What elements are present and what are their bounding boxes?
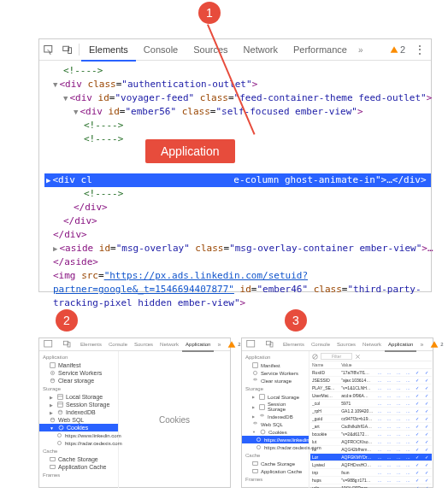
sidebar-item-session-storage[interactable]: Session Storage <box>39 401 118 408</box>
table-row[interactable]: RoxiID"17a7f8\x7f1……………✓✓ <box>310 369 432 377</box>
table-row[interactable]: PLAY_SE…"v=1&1CLNH……………✓✓ <box>310 384 432 392</box>
table-row[interactable]: fulAQG42bfhsmz……………✓✓ <box>310 446 432 454</box>
sidebar-cookie-origin-selected[interactable]: https://www.linkedin.com <box>242 436 309 443</box>
devtools-tabbar-small: Elements Console Sources Network Applica… <box>242 338 433 351</box>
device-toggle-icon[interactable] <box>58 44 77 55</box>
svg-rect-0 <box>44 46 52 53</box>
col-value[interactable]: Value <box>339 361 374 368</box>
svg-line-39 <box>313 355 316 358</box>
code-line[interactable]: <img src="https://px.ads.linkedin.com/se… <box>44 269 431 283</box>
tab-application[interactable]: Application <box>385 338 416 352</box>
tabs-more-icon[interactable]: » <box>214 342 224 348</box>
sidebar-item-clear-storage[interactable]: Clear storage <box>242 377 309 384</box>
sidebar-heading-application: Application <box>242 353 309 361</box>
block-icon[interactable] <box>312 354 318 360</box>
sidebar-item-cookies[interactable]: Cookies <box>242 428 309 436</box>
sidebar-item-manifest[interactable]: Manifest <box>242 361 309 369</box>
code-line[interactable]: <div class="authentication-outlet"> <box>44 78 431 91</box>
tab-application[interactable]: Application <box>182 338 214 352</box>
delete-icon[interactable] <box>355 354 361 360</box>
col-name[interactable]: Name <box>310 361 339 368</box>
svg-point-27 <box>253 371 256 374</box>
sidebar-item-indexeddb[interactable]: IndexedDB <box>39 408 118 416</box>
sidebar-item-local-storage[interactable]: Local Storage <box>39 393 118 401</box>
tab-performance[interactable]: Performance <box>286 39 355 60</box>
svg-point-20 <box>57 441 61 444</box>
tab-network[interactable]: Network <box>156 338 182 350</box>
sidebar-item-websql[interactable]: Web SQL <box>39 416 118 424</box>
inspect-icon[interactable] <box>39 339 58 349</box>
code-line-selected[interactable]: <div cl hidden by callout label e-column… <box>44 173 431 187</box>
svg-point-17 <box>60 426 61 427</box>
elements-tree[interactable]: <!----> <div class="authentication-outle… <box>39 61 431 310</box>
sidebar-item-websql[interactable]: Web SQL <box>242 420 309 428</box>
sidebar-item-manifest[interactable]: Manifest <box>39 361 118 369</box>
table-row[interactable]: _col5971…………✓✓ <box>310 400 432 408</box>
table-row[interactable]: LorAQFGKMYDrG……………✓✓ <box>310 454 432 461</box>
sidebar-cookie-origin[interactable]: https://radar.cedexis.com <box>242 443 309 451</box>
devtools-menu-icon[interactable]: ⋮ <box>409 43 431 56</box>
code-line: tracking-pixel hidden ember-view"> <box>44 296 431 310</box>
svg-rect-6 <box>50 363 56 368</box>
warnings-indicator[interactable]: 2 <box>427 340 446 349</box>
sidebar-item-session-storage[interactable]: Session Storage <box>242 401 309 413</box>
tab-console[interactable]: Console <box>136 39 186 60</box>
tab-elements[interactable]: Elements <box>280 338 308 350</box>
device-toggle-icon[interactable] <box>261 339 280 349</box>
sidebar-item-application-cache[interactable]: Application Cache <box>39 463 118 471</box>
table-row[interactable]: _goidcc947f3c=b19……………✓✓ <box>310 415 432 423</box>
sidebar-cookie-origin[interactable]: https://radar.cedexis.com <box>39 439 118 447</box>
tab-network[interactable]: Network <box>359 338 385 350</box>
code-line[interactable]: <aside id="msg-overlay" class="msg-overl… <box>44 242 431 255</box>
svg-rect-26 <box>253 363 258 368</box>
code-comment: <!----> <box>63 65 103 76</box>
sidebar-cookie-origin[interactable]: https://www.linkedin.com <box>39 431 118 439</box>
sidebar-item-service-workers[interactable]: Service Workers <box>242 369 309 377</box>
svg-rect-37 <box>253 469 258 472</box>
code-line[interactable]: <div id="ember56" class="self-focused em… <box>44 105 431 119</box>
tab-console[interactable]: Console <box>308 338 333 350</box>
sidebar-heading-storage: Storage <box>39 384 118 393</box>
warnings-indicator[interactable]: 2 <box>386 44 409 55</box>
table-row[interactable]: _rpHGA1.2.1094207……………✓✓ <box>310 408 432 415</box>
table-row[interactable]: UserMat…acd:e:0f96A……………✓✓ <box>310 392 432 400</box>
application-sidebar: Application Manifest Service Workers Cle… <box>39 351 119 488</box>
table-row[interactable]: hups"v=988g:r171……………✓✓ <box>310 477 432 484</box>
sidebar-item-service-workers[interactable]: Service Workers <box>39 369 118 377</box>
sidebar-item-application-cache[interactable]: Application Cache <box>242 467 309 475</box>
sidebar-item-local-storage[interactable]: Local Storage <box>242 393 309 401</box>
sidebar-item-indexeddb[interactable]: IndexedDB <box>242 413 309 420</box>
sidebar-item-clear-storage[interactable]: Clear storage <box>39 377 118 384</box>
table-row[interactable]: JSESSID"ajax:103614……………✓✓ <box>310 377 432 384</box>
tabs-more-icon[interactable]: » <box>416 342 427 348</box>
svg-point-32 <box>253 422 256 424</box>
tab-sources[interactable]: Sources <box>333 338 359 350</box>
cookies-table-header: Name Value <box>310 361 432 369</box>
tab-console[interactable]: Console <box>105 338 131 350</box>
sidebar-item-cache-storage[interactable]: Cache Storage <box>39 455 118 463</box>
inspect-icon[interactable] <box>242 339 261 349</box>
tab-elements[interactable]: Elements <box>77 338 105 350</box>
sidebar-heading-cache: Cache <box>242 451 309 460</box>
inspect-icon[interactable] <box>39 44 58 55</box>
table-row[interactable]: tnpfsun…………✓✓ <box>310 469 432 477</box>
table-row[interactable]: LyatedAQFHDvsHO……………✓✓ <box>310 461 432 469</box>
cookies-table[interactable]: Filter Name Value RoxiID"17a7f8\x7f1…………… <box>309 351 433 488</box>
tab-sources[interactable]: Sources <box>186 39 235 60</box>
device-toggle-icon[interactable] <box>58 339 77 349</box>
table-row[interactable]: lutAQFROCKIsoA1……………✓✓ <box>310 438 432 446</box>
code-comment: <!----> <box>84 133 123 144</box>
table-row[interactable]: _artCsdfsfkdhfGA……………✓✓ <box>310 423 432 431</box>
code-line <box>44 160 431 173</box>
tabs-more-icon[interactable]: » <box>355 45 367 55</box>
tab-divider <box>79 44 80 56</box>
tab-elements[interactable]: Elements <box>81 39 136 62</box>
sidebar-item-cookies[interactable]: Cookies <box>39 424 118 431</box>
table-row[interactable]: udn19QLCSRcwr……………✓✓ <box>310 484 432 488</box>
cookies-toolbar: Filter <box>310 352 432 361</box>
sidebar-item-cache-storage[interactable]: Cache Storage <box>242 460 309 467</box>
cookies-filter-input[interactable]: Filter <box>321 353 352 360</box>
table-row[interactable]: bcookie"v=2&d6172……………✓✓ <box>310 431 432 438</box>
tab-sources[interactable]: Sources <box>131 338 156 350</box>
tab-network[interactable]: Network <box>236 39 286 60</box>
